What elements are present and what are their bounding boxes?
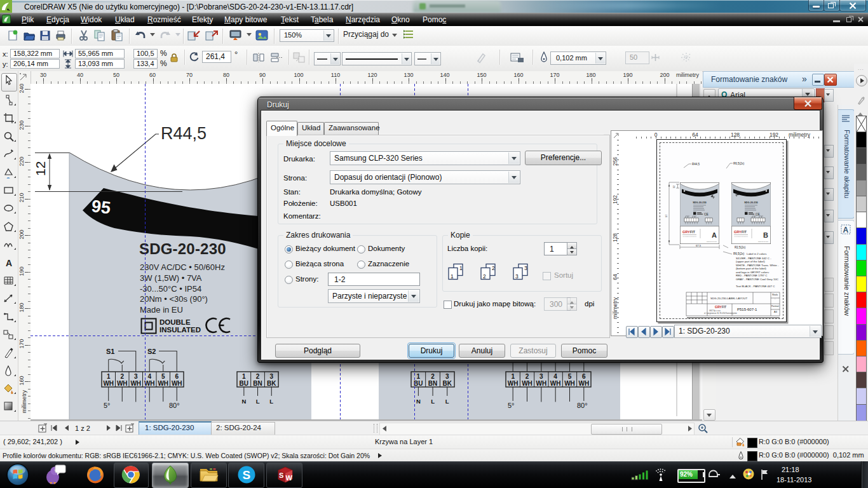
svg-text:3: 3: [269, 373, 273, 380]
svg-text:5°: 5°: [508, 402, 515, 409]
svg-text:WH: WH: [158, 380, 168, 387]
svg-text:3: 3: [445, 373, 449, 380]
svg-text:1: 1: [417, 373, 421, 380]
svg-text:L: L: [269, 398, 273, 405]
svg-text:N: N: [241, 398, 246, 405]
svg-text:80°: 80°: [169, 402, 180, 409]
svg-text:1: 1: [242, 373, 246, 380]
svg-text:-: -: [775, 297, 776, 300]
svg-text:L: L: [445, 398, 449, 405]
svg-text:12: 12: [33, 161, 48, 176]
svg-text:WH: WH: [578, 380, 589, 387]
svg-text:4: 4: [553, 373, 557, 380]
svg-text:3: 3: [515, 273, 519, 280]
svg-text:L: L: [431, 398, 435, 405]
svg-text:1: 1: [459, 265, 463, 271]
svg-text:2: 2: [483, 273, 486, 280]
svg-text:A: A: [6, 258, 12, 268]
svg-text:BN: BN: [253, 380, 262, 387]
svg-text:2: 2: [120, 373, 124, 380]
svg-text:WH: WH: [536, 380, 546, 387]
svg-text:95: 95: [90, 196, 111, 217]
svg-text:4: 4: [147, 373, 151, 380]
svg-text:1: 1: [451, 273, 454, 280]
svg-text:S: S: [243, 468, 251, 482]
svg-text:2: 2: [431, 373, 435, 380]
svg-text:BK: BK: [443, 380, 452, 387]
svg-text:A4: A4: [774, 310, 778, 313]
svg-text:20Nm • <30s (90°): 20Nm • <30s (90°): [140, 294, 208, 304]
svg-text:230V AC/DC • 50/60Hz: 230V AC/DC • 50/60Hz: [140, 262, 225, 272]
svg-text:WH: WH: [522, 380, 532, 387]
svg-text:S2: S2: [147, 348, 156, 355]
svg-text:3: 3: [134, 373, 138, 380]
svg-text:WH: WH: [130, 380, 141, 387]
svg-text:WH: WH: [144, 380, 155, 387]
svg-text:W: W: [286, 474, 293, 482]
svg-text:3: 3: [524, 265, 527, 271]
svg-text:BK: BK: [267, 380, 276, 387]
svg-text:WH: WH: [103, 380, 114, 387]
svg-text:P515-607-1: P515-607-1: [737, 308, 757, 311]
svg-text:1: 1: [511, 373, 515, 380]
svg-text:WH: WH: [564, 380, 575, 387]
svg-text:INSULATED: INSULATED: [159, 326, 201, 334]
svg-text:BU: BU: [240, 380, 248, 387]
svg-text:80°: 80°: [577, 402, 588, 409]
svg-text:1: 1: [107, 373, 111, 380]
svg-text:A: A: [843, 226, 849, 234]
svg-text:WH: WH: [117, 380, 128, 387]
svg-text:3: 3: [539, 373, 543, 380]
svg-text:5: 5: [568, 373, 572, 380]
svg-text:WH: WH: [172, 380, 182, 387]
svg-text:2: 2: [492, 265, 495, 271]
svg-text:N: N: [416, 398, 421, 405]
svg-text:5°: 5°: [104, 402, 111, 409]
svg-text:5: 5: [161, 373, 165, 380]
svg-text:Made in EU: Made in EU: [140, 305, 183, 315]
svg-text:3W (1,5W) • 7VA: 3W (1,5W) • 7VA: [140, 273, 202, 283]
svg-text:S: S: [279, 471, 283, 479]
svg-text:SDG-20-230: SDG-20-230: [139, 240, 226, 257]
svg-text:ul. Langiewicza 16, 95-050 Kon: ul. Langiewicza 16, 95-050 Konstantynów: [704, 312, 738, 315]
svg-text:6: 6: [175, 373, 179, 380]
svg-text:BN: BN: [428, 380, 437, 387]
svg-text:DOUBLE: DOUBLE: [159, 318, 191, 326]
svg-text:BU: BU: [414, 380, 423, 387]
svg-text:R44,5: R44,5: [161, 124, 207, 143]
svg-text:Skala: Skala: [772, 294, 778, 296]
svg-text:6: 6: [582, 373, 586, 380]
svg-text:Format:: Format:: [771, 305, 779, 308]
svg-text:-30...50°C • IP54: -30...50°C • IP54: [140, 284, 201, 294]
svg-text:SDG-20-230-LABEL LAYOUT: SDG-20-230-LABEL LAYOUT: [710, 297, 747, 300]
svg-text:S1: S1: [106, 348, 114, 355]
svg-text:L: L: [256, 398, 260, 405]
svg-text:WH: WH: [508, 380, 519, 387]
svg-text:GRYFIT: GRYFIT: [715, 305, 726, 309]
svg-text:2: 2: [526, 373, 529, 380]
svg-text:WH: WH: [550, 380, 561, 387]
svg-text:2: 2: [256, 373, 260, 380]
